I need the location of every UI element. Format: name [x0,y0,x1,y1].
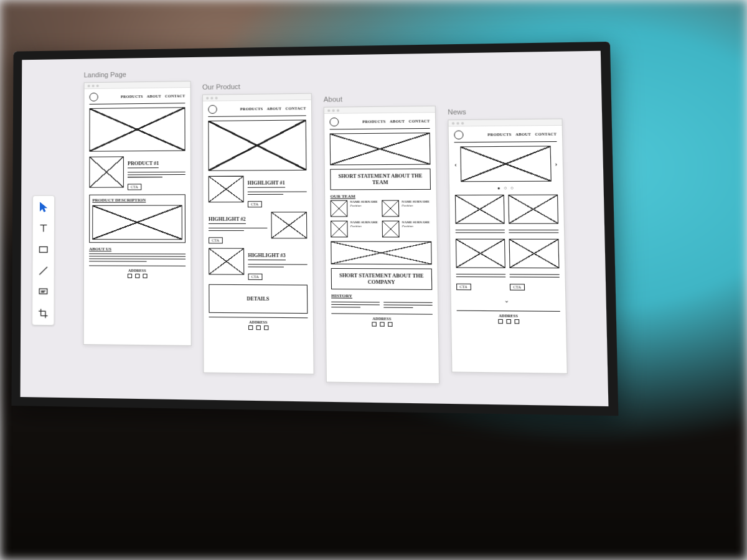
carousel-next-icon: › [555,160,557,167]
chevron-down-icon: › [504,301,512,303]
highlight-heading: HIGHLIGHT #2 [209,217,246,224]
avatar-placeholder [331,221,348,238]
cta-button: CTA [209,237,222,243]
crop-tool[interactable] [35,306,50,321]
image-placeholder [209,176,244,203]
nav-link: PRODUCTS [362,119,386,123]
social-icon [498,319,503,324]
nav-link: CONTACT [409,119,430,123]
member-role: Position [402,225,431,228]
image-placeholder [508,195,558,224]
artboard-title[interactable]: About [324,94,436,103]
member-name: NAME SURNAME [402,221,431,225]
avatar-placeholder [382,221,400,238]
artboard-about[interactable]: PRODUCTS ABOUT CONTACT SHORT STATEMENT A… [324,106,439,384]
cta-button: CTA [456,284,471,291]
carousel-dots: ● ○ ○ [455,185,558,191]
footer: ADDRESS [89,265,186,278]
image-placeholder [331,241,431,265]
member-name: NAME SURNAME [350,221,380,225]
nav-link: PRODUCTS [121,95,143,98]
social-icon [135,274,139,278]
cta-button: CTA [128,184,141,190]
nav-link: CONTACT [286,106,306,110]
artboard-landing[interactable]: PRODUCTS ABOUT CONTACT PRODUCT #1 CTA PR [83,81,192,346]
nav-bar: PRODUCTS ABOUT CONTACT [329,116,430,129]
nav-link: ABOUT [267,107,282,111]
product-heading: PRODUCT #1 [128,161,159,168]
image-placeholder [89,156,124,187]
social-icon [380,322,385,327]
cta-button: CTA [510,284,525,291]
social-icon [372,322,377,327]
social-icon [387,322,392,327]
nav-link: ABOUT [390,119,405,123]
nav-bar: PRODUCTS ABOUT CONTACT [454,129,557,142]
comment-tool[interactable] [35,284,50,299]
footer: ADDRESS [209,317,308,330]
social-icon [256,325,260,330]
rectangle-tool[interactable] [36,242,51,257]
image-placeholder [456,239,505,268]
member-role: Position [350,225,380,228]
image-placeholder [92,205,182,240]
cta-button: CTA [248,201,261,207]
social-icon [264,325,268,330]
line-tool[interactable] [36,263,51,278]
carousel-image-placeholder [461,146,552,182]
team-heading: OUR TEAM [331,194,431,199]
laptop-screen: ›› 141% Landing Page PRODUCTS ABOUT CONT… [11,42,618,416]
tool-palette [32,195,55,325]
hero-image-placeholder [330,133,431,165]
company-statement: SHORT STATEMENT ABOUT THE COMPANY [336,273,427,286]
nav-bar: PRODUCTS ABOUT CONTACT [208,104,306,117]
history-heading: HISTORY [331,294,432,299]
hero-image-placeholder [89,107,185,151]
details-heading: DETAILS [247,296,269,302]
nav-link: CONTACT [165,94,185,98]
social-icon [248,325,252,330]
artboard-title[interactable]: Our Product [202,82,312,90]
social-icon [506,319,511,324]
nav-bar: PRODUCTS ABOUT CONTACT [90,91,186,105]
cta-button: CTA [248,274,263,280]
logo-icon [90,93,98,101]
description-heading: PRODUCT DESCRIPTION [92,197,182,202]
footer: ADDRESS [457,310,561,324]
social-icon [143,274,147,278]
nav-link: ABOUT [147,95,161,98]
footer: ADDRESS [331,314,433,327]
artboard-title[interactable]: Landing Page [84,70,191,78]
svg-rect-0 [39,247,47,253]
nav-link: PRODUCTS [240,107,263,111]
nav-link: PRODUCTS [487,133,511,137]
image-placeholder [271,212,307,238]
hero-image-placeholder [208,119,306,170]
carousel-prev-icon: ‹ [454,161,457,167]
artboard-title[interactable]: News [448,107,562,116]
avatar-placeholder [331,200,348,217]
highlight-heading: HIGHLIGHT #1 [248,180,285,187]
member-role: Position [350,204,379,208]
social-icon [127,274,131,278]
image-placeholder [509,239,560,268]
text-tool[interactable] [36,221,51,236]
image-placeholder [209,248,244,275]
member-role: Position [402,203,431,207]
image-placeholder [455,195,505,224]
logo-icon [329,118,339,126]
highlight-heading: HIGHLIGHT #3 [248,253,285,260]
logo-icon [208,105,217,114]
member-name: NAME SURNAME [402,200,431,204]
about-heading: ABOUT US [89,246,186,251]
avatar-placeholder [382,200,399,217]
member-name: NAME SURNAME [350,200,379,204]
artboard-news[interactable]: PRODUCTS ABOUT CONTACT ‹ › ● ○ ○ [448,118,567,373]
nav-link: CONTACT [535,132,557,136]
social-icon [514,319,519,324]
team-statement: SHORT STATEMENT ABOUT THE TEAM [335,173,426,185]
nav-link: ABOUT [515,133,531,136]
artboard-product[interactable]: PRODUCTS ABOUT CONTACT HIGHLIGHT #1 CTA [202,93,314,375]
pointer-tool[interactable] [36,200,51,215]
logo-icon [454,131,463,140]
